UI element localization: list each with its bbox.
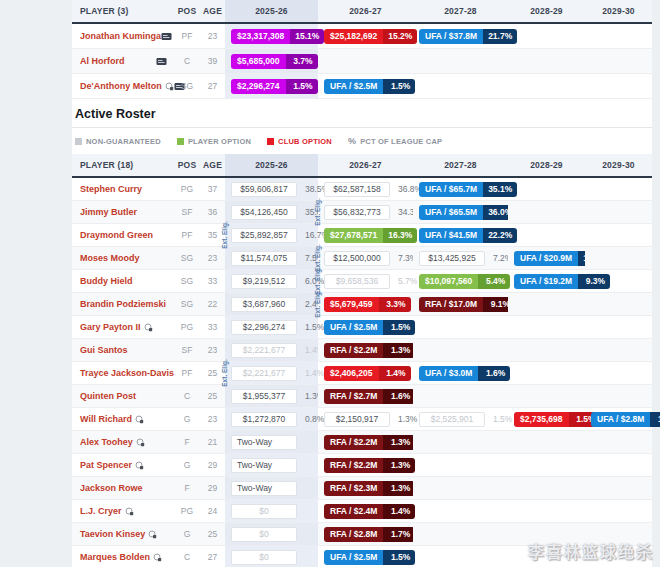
badge-pct: 1.4% <box>379 366 411 381</box>
player-link[interactable]: Moses Moody <box>80 253 140 263</box>
cap-badge: $2,296,2741.5% <box>231 79 318 94</box>
salary-cell <box>585 385 652 408</box>
badge-value: RFA / $2.7M <box>324 389 383 404</box>
salary-cell: Two-Way <box>225 454 318 477</box>
pos-cell: SG <box>174 270 200 293</box>
age-cell: 25 <box>200 523 225 546</box>
player-link[interactable]: Al Horford <box>80 56 125 66</box>
roster-player-row: Alex TooheyF21Two-WayRFA / $2.2M1.3% <box>72 431 652 454</box>
player-link[interactable]: Marques Bolden <box>80 552 150 562</box>
age-cell: 36 <box>200 201 225 224</box>
salary-cell: $0 <box>225 523 318 546</box>
salary-value-box: $0 <box>231 527 297 542</box>
player-cell: Jimmy Butler <box>72 201 174 224</box>
contracts-table: PLAYER (3)POSAGE2025-262026-272027-28202… <box>72 0 652 99</box>
ufa-badge: UFA / $41.5M22.2% <box>419 228 517 243</box>
pos-cell: SF <box>174 201 200 224</box>
player-link[interactable]: Gary Payton II <box>80 322 141 332</box>
player-cell: Marques Bolden <box>72 546 174 567</box>
salary-cell: $23,317,30815.1% <box>225 23 318 49</box>
player-link[interactable]: Trayce Jackson-Davis <box>80 368 174 378</box>
column-header-2027-28: 2027-28 <box>413 0 508 23</box>
ufa-badge: UFA / $3.0M1.6% <box>419 366 510 381</box>
badge-value: UFA / $2.5M <box>324 550 383 565</box>
salary-cell <box>585 546 652 567</box>
salary-cell <box>585 23 652 49</box>
player-link[interactable]: Jackson Rowe <box>80 483 143 493</box>
salary-cell: UFA / $19.2M9.3% <box>508 270 585 293</box>
roster-player-row: Stephen CurryPG37$59,606,81738.5%$62,587… <box>72 177 652 201</box>
roster-player-row: Gui SantosSF23$2,221,6771.4%RFA / $2.2M1… <box>72 339 652 362</box>
pos-cell: SF <box>174 339 200 362</box>
pos-cell: PG <box>174 177 200 201</box>
ufa-badge: UFA / $2.8M1.5% <box>591 412 660 427</box>
salary-cell <box>585 224 652 247</box>
badge-pct: 1.5% <box>383 320 415 335</box>
salary-cell <box>585 362 652 385</box>
salary-cell: UFA / $3.0M1.6% <box>413 362 508 385</box>
player-link[interactable]: Brandin Podziemski <box>80 299 166 309</box>
player-link[interactable]: Stephen Curry <box>80 184 142 194</box>
badge-value: RFA / $2.2M <box>324 343 383 358</box>
pos-cell: F <box>174 477 200 500</box>
pending-contracts-table: PLAYER (3)POSAGE2025-262026-272027-28202… <box>72 0 652 99</box>
player-cell: Jackson Rowe <box>72 477 174 500</box>
player-link[interactable]: Draymond Green <box>80 230 153 240</box>
player-link[interactable]: Jimmy Butler <box>80 207 137 217</box>
salary-cell <box>508 316 585 339</box>
player-link[interactable]: L.J. Cryer <box>80 506 122 516</box>
salary-cell: $9,219,5126.0% <box>225 270 318 293</box>
badge-pct: 1.5% <box>383 550 415 565</box>
salary-cell <box>413 316 508 339</box>
salary-cell: Ext. Elig.$12,500,0007.3% <box>318 247 413 270</box>
salary-cell: RFA / $2.3M1.3% <box>318 477 413 500</box>
badge-value: RFA / $2.4M <box>324 504 383 519</box>
badge-pct: 1.4% <box>383 504 415 519</box>
player-link[interactable]: Jonathan Kuminga <box>80 31 161 41</box>
rfa-badge: RFA / $2.4M1.4% <box>324 504 415 519</box>
player-link[interactable]: Will Richard <box>80 414 132 424</box>
player-link[interactable]: Alex Toohey <box>80 437 133 447</box>
cap-badge: $5,685,0003.7% <box>231 54 318 69</box>
salary-cell: $11,574,0757.5% <box>225 247 318 270</box>
player-link[interactable]: Buddy Hield <box>80 276 133 286</box>
badge-pct: 1.6% <box>478 366 510 381</box>
age-cell: 29 <box>200 477 225 500</box>
roster-player-row: Jackson RoweF29Two-WayRFA / $2.3M1.3% <box>72 477 652 500</box>
player-note-icon <box>135 461 144 470</box>
salary-cell: $2,221,6771.4% <box>225 339 318 362</box>
percent-icon: % <box>348 136 356 146</box>
player-link[interactable]: Quinten Post <box>80 391 136 401</box>
player-link[interactable]: De'Anthony Melton <box>80 81 162 91</box>
salary-cell: Two-Way <box>225 431 318 454</box>
age-cell: 27 <box>200 74 225 99</box>
column-header-2027-28: 2027-28 <box>413 154 508 177</box>
salary-cell: $1,955,3771.3% <box>225 385 318 408</box>
age-cell: 25 <box>200 385 225 408</box>
pos-cell: C <box>174 546 200 567</box>
roster-player-row: Jimmy ButlerSF36$54,126,45035.0%Ext. Eli… <box>72 201 652 224</box>
salary-cell <box>413 523 508 546</box>
column-header-2028-29: 2028-29 <box>508 0 585 23</box>
badge-value: UFA / $2.8M <box>591 412 650 427</box>
player-cell: Buddy Hield <box>72 270 174 293</box>
age-cell: 21 <box>200 431 225 454</box>
salary-value-box: $1,955,377 <box>231 389 297 404</box>
legend-label: NON-GUARANTEED <box>86 137 161 146</box>
salary-value-box: $12,500,000 <box>324 251 390 266</box>
player-link[interactable]: Pat Spencer <box>80 460 132 470</box>
salary-cell <box>508 201 585 224</box>
badge-pct: 1.3% <box>383 481 415 496</box>
pos-cell: PG <box>174 500 200 523</box>
badge-value: RFA / $2.8M <box>324 527 383 542</box>
player-link[interactable]: Gui Santos <box>80 345 128 355</box>
column-header-2026-27: 2026-27 <box>318 154 413 177</box>
salary-cell: UFA / $65.5M36.0% <box>413 201 508 224</box>
badge-value: UFA / $3.0M <box>419 366 478 381</box>
player-option-badge: $27,678,57116.3% <box>324 228 417 243</box>
roster-player-row: L.J. CryerPG24$0RFA / $2.4M1.4% <box>72 500 652 523</box>
player-link[interactable]: Taevion Kinsey <box>80 529 145 539</box>
badge-value: UFA / $2.5M <box>324 79 383 94</box>
roster-player-row: Trayce Jackson-DavisPF25Ext. Elig.$2,221… <box>72 362 652 385</box>
player-cell: Pat Spencer <box>72 454 174 477</box>
